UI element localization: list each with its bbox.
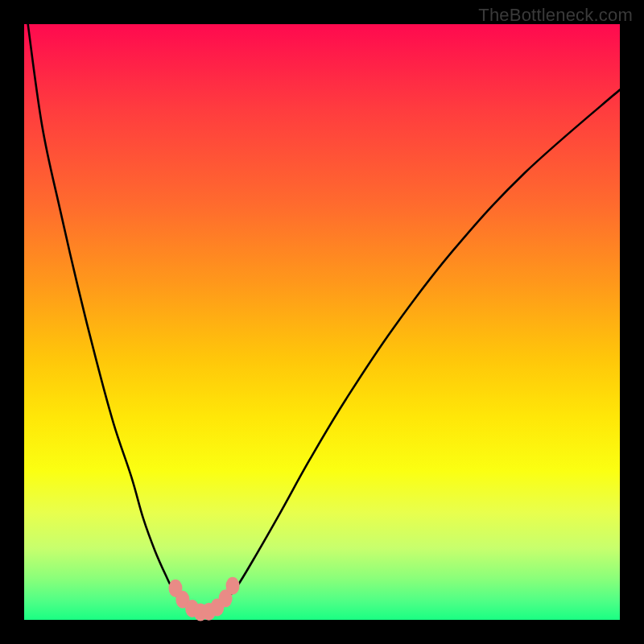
chart-svg	[24, 24, 620, 620]
curve-markers	[168, 577, 239, 621]
chart-frame: TheBottleneck.com	[0, 0, 644, 644]
marker-point	[226, 577, 240, 595]
bottleneck-curve	[27, 19, 620, 613]
watermark-text: TheBottleneck.com	[478, 5, 633, 26]
